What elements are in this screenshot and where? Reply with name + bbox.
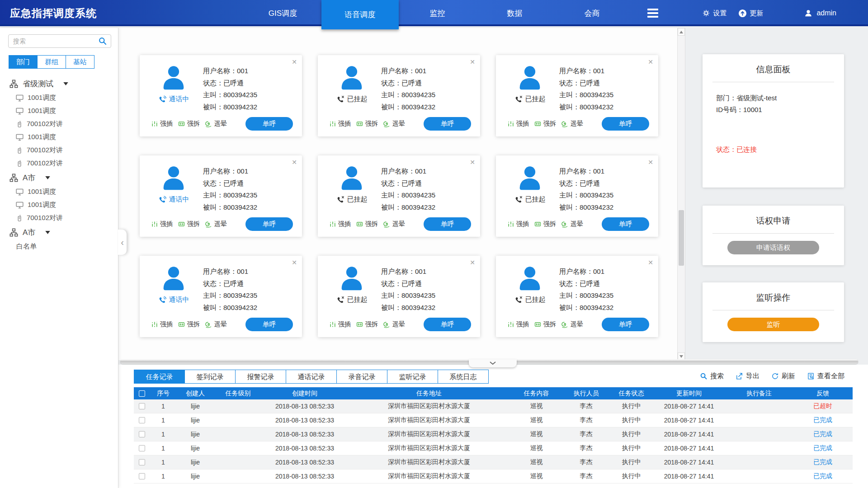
close-icon[interactable]: ✕ — [648, 259, 653, 266]
single-call-button[interactable]: 单呼 — [424, 117, 471, 131]
select-all-checkbox[interactable] — [139, 390, 145, 397]
close-icon[interactable]: ✕ — [470, 159, 475, 166]
record-tab[interactable]: 签到记录 — [184, 370, 236, 384]
tree-item[interactable]: 700102对讲 — [0, 144, 118, 157]
barge-in-button[interactable]: 强插 — [151, 220, 173, 228]
scroll-thumb[interactable] — [679, 210, 684, 266]
menu-icon[interactable] — [647, 9, 658, 18]
barge-in-button[interactable]: 强插 — [329, 220, 351, 228]
barge-in-button[interactable]: 强插 — [329, 320, 351, 328]
nav-item[interactable]: 数据 — [476, 0, 553, 26]
record-tab[interactable]: 通话记录 — [286, 370, 337, 384]
record-tab[interactable]: 监听记录 — [387, 370, 438, 384]
cell-feedback[interactable]: 已完成 — [793, 430, 853, 438]
record-tab[interactable]: 报警记录 — [235, 370, 286, 384]
update-button[interactable]: 更新 — [738, 9, 763, 18]
nav-item[interactable]: 会商 — [553, 0, 631, 26]
force-release-button[interactable]: 强拆 — [356, 320, 378, 328]
cell-feedback[interactable]: 已超时 — [793, 402, 853, 410]
single-call-button[interactable]: 单呼 — [245, 217, 293, 231]
close-icon[interactable]: ✕ — [470, 58, 475, 66]
row-checkbox[interactable] — [139, 431, 145, 437]
tree-item[interactable]: 1001调度 — [0, 185, 118, 198]
record-tab[interactable]: 录音记录 — [336, 370, 387, 384]
table-row[interactable]: 1 lijie 2018-08-13 08:52:33 深圳市福田区彩田村水源大… — [134, 469, 853, 483]
remote-stun-button[interactable]: 遥晕 — [383, 120, 405, 128]
row-checkbox[interactable] — [139, 403, 145, 409]
search-input[interactable] — [8, 34, 111, 48]
chevron-down-icon[interactable] — [45, 176, 50, 179]
tree-department[interactable]: A市 — [0, 225, 118, 240]
cell-feedback[interactable]: 已完成 — [793, 416, 853, 424]
table-row[interactable]: 1 lijie 2018-08-13 08:52:33 深圳市福田区彩田村水源大… — [134, 399, 853, 413]
force-release-button[interactable]: 强拆 — [534, 220, 556, 228]
table-search-button[interactable]: 搜索 — [700, 372, 724, 380]
close-icon[interactable]: ✕ — [292, 259, 297, 266]
single-call-button[interactable]: 单呼 — [424, 217, 471, 231]
record-tab[interactable]: 任务记录 — [134, 370, 185, 384]
remote-stun-button[interactable]: 遥晕 — [561, 120, 583, 128]
tree-item[interactable]: 1001调度 — [0, 104, 118, 117]
force-release-button[interactable]: 强拆 — [356, 220, 378, 228]
single-call-button[interactable]: 单呼 — [602, 117, 649, 131]
force-release-button[interactable]: 强拆 — [534, 120, 556, 128]
tree-item[interactable]: 1001调度 — [0, 131, 118, 144]
single-call-button[interactable]: 单呼 — [245, 117, 293, 131]
remote-stun-button[interactable]: 遥晕 — [205, 320, 227, 328]
scrollbar[interactable] — [677, 28, 685, 360]
remote-stun-button[interactable]: 遥晕 — [561, 220, 583, 228]
nav-item[interactable]: 语音调度 — [321, 0, 399, 29]
barge-in-button[interactable]: 强插 — [507, 320, 529, 328]
tree-item[interactable]: 700102对讲 — [0, 211, 118, 225]
remote-stun-button[interactable]: 遥晕 — [383, 220, 405, 228]
remote-stun-button[interactable]: 遥晕 — [205, 120, 227, 128]
view-all-button[interactable]: 查看全部 — [807, 372, 844, 380]
barge-in-button[interactable]: 强插 — [151, 120, 173, 128]
row-checkbox[interactable] — [139, 417, 145, 423]
table-row[interactable]: 1 lijie 2018-08-13 08:52:33 深圳市福田区彩田村水源大… — [134, 441, 853, 455]
barge-in-button[interactable]: 强插 — [151, 320, 173, 328]
tree-item[interactable]: 700102对讲 — [0, 117, 118, 131]
sidebar-tab[interactable]: 群组 — [37, 55, 66, 69]
force-release-button[interactable]: 强拆 — [178, 120, 200, 128]
close-icon[interactable]: ✕ — [292, 58, 297, 66]
barge-in-button[interactable]: 强插 — [507, 120, 529, 128]
table-row[interactable]: 1 lijie 2018-08-13 08:52:33 深圳市福田区彩田村水源大… — [134, 413, 853, 427]
cell-feedback[interactable]: 已完成 — [793, 444, 853, 452]
nav-item[interactable]: 监控 — [399, 0, 476, 26]
single-call-button[interactable]: 单呼 — [245, 318, 293, 331]
cell-feedback[interactable]: 已完成 — [793, 458, 853, 466]
tree-item[interactable]: 700102对讲 — [0, 157, 118, 170]
barge-in-button[interactable]: 强插 — [329, 120, 351, 128]
sidebar-collapse-handle[interactable]: ‹ — [118, 230, 127, 255]
force-release-button[interactable]: 强拆 — [356, 120, 378, 128]
tree-department[interactable]: A市 — [0, 170, 118, 185]
close-icon[interactable]: ✕ — [648, 58, 653, 66]
nav-item[interactable]: GIS调度 — [244, 0, 321, 26]
single-call-button[interactable]: 单呼 — [602, 217, 649, 231]
chevron-down-icon[interactable] — [63, 82, 68, 85]
settings-button[interactable]: 设置 — [702, 9, 726, 18]
cell-feedback[interactable]: 已完成 — [793, 472, 853, 480]
collapse-bottom-handle[interactable] — [469, 359, 517, 367]
table-row[interactable]: 1 lijie 2018-08-13 08:52:33 深圳市福田区彩田村水源大… — [134, 427, 853, 441]
barge-in-button[interactable]: 强插 — [507, 220, 529, 228]
tree-item[interactable]: 1001调度 — [0, 91, 118, 104]
force-release-button[interactable]: 强拆 — [178, 220, 200, 228]
single-call-button[interactable]: 单呼 — [602, 318, 649, 331]
force-release-button[interactable]: 强拆 — [178, 320, 200, 328]
row-checkbox[interactable] — [139, 473, 145, 479]
remote-stun-button[interactable]: 遥晕 — [205, 220, 227, 228]
refresh-button[interactable]: 刷新 — [771, 372, 795, 380]
monitor-button[interactable]: 监听 — [727, 318, 819, 331]
user-menu[interactable]: admin — [804, 9, 836, 18]
scroll-up-button[interactable] — [678, 28, 685, 36]
force-release-button[interactable]: 强拆 — [534, 320, 556, 328]
remote-stun-button[interactable]: 遥晕 — [383, 320, 405, 328]
request-floor-button[interactable]: 申请话语权 — [727, 241, 819, 254]
search-icon[interactable] — [98, 37, 107, 46]
row-checkbox[interactable] — [139, 459, 145, 465]
close-icon[interactable]: ✕ — [292, 159, 297, 166]
close-icon[interactable]: ✕ — [470, 259, 475, 266]
single-call-button[interactable]: 单呼 — [424, 318, 471, 331]
